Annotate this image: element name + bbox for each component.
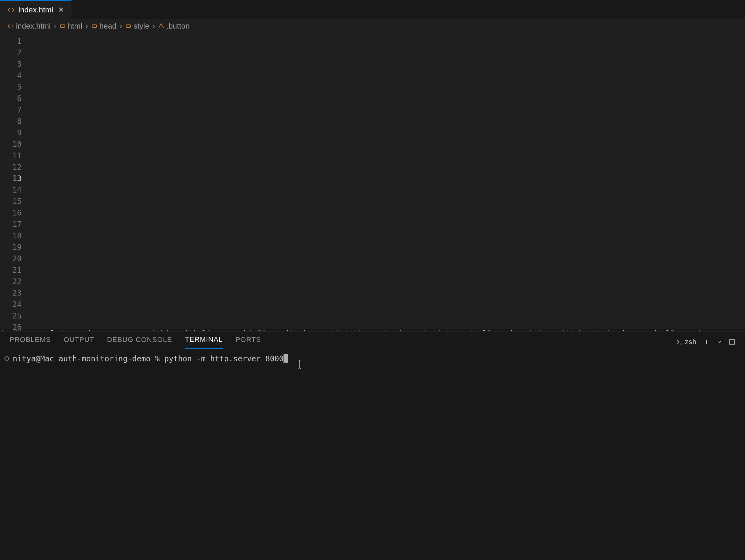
line-number: 15 <box>0 196 29 207</box>
svg-rect-0 <box>61 25 65 27</box>
html-file-icon <box>8 23 14 29</box>
line-number: 1 <box>0 36 29 47</box>
chevron-right-icon: › <box>86 22 88 31</box>
breadcrumb-label: .button <box>166 22 189 31</box>
line-number: 20 <box>0 253 29 264</box>
split-terminal-button[interactable] <box>728 338 736 345</box>
panel-tab-bar: PROBLEMS OUTPUT DEBUG CONSOLE TERMINAL P… <box>0 331 745 349</box>
line-number: 4 <box>0 70 29 81</box>
svg-rect-2 <box>126 25 130 27</box>
plus-icon <box>703 338 710 345</box>
tab-debug-console[interactable]: DEBUG CONSOLE <box>107 336 172 348</box>
line-number: 25 <box>0 310 29 322</box>
tab-output[interactable]: OUTPUT <box>64 336 94 348</box>
line-number: 11 <box>0 150 29 161</box>
chevron-right-icon: › <box>54 22 56 31</box>
line-number: 24 <box>0 299 29 310</box>
new-terminal-button[interactable] <box>703 338 710 345</box>
line-number: 13 <box>0 173 29 184</box>
line-number: 6 <box>0 93 29 104</box>
line-number: 18 <box>0 230 29 241</box>
chevron-right-icon: › <box>152 22 155 31</box>
svg-rect-1 <box>92 25 96 27</box>
split-icon <box>728 338 736 345</box>
breadcrumb-head[interactable]: head <box>91 22 116 31</box>
line-number-gutter[interactable]: 1234567891011121314151617181920212223242… <box>0 34 29 329</box>
terminal-command: python -m http.server 8000 <box>164 354 284 363</box>
breadcrumb-html[interactable]: html <box>59 22 82 31</box>
code-area[interactable] <box>29 34 745 329</box>
terminal-prompt: nitya@Mac auth-monitoring-demo % <box>13 354 164 363</box>
chevron-right-icon: › <box>120 22 122 31</box>
breadcrumb-button-selector[interactable]: .button <box>158 22 189 31</box>
line-number: 10 <box>0 139 29 150</box>
breadcrumb-label: html <box>68 22 82 31</box>
line-number: 8 <box>0 116 29 127</box>
terminal-line: nitya@Mac auth-monitoring-demo % python … <box>4 354 741 363</box>
html-file-icon <box>8 6 14 13</box>
line-number: 19 <box>0 241 29 253</box>
editor: 1234567891011121314151617181920212223242… <box>0 34 745 329</box>
symbol-icon <box>59 23 66 29</box>
line-number: 7 <box>0 104 29 116</box>
chevron-down-icon <box>716 339 722 345</box>
prompt-status-icon <box>4 356 9 361</box>
line-number: 2 <box>0 47 29 59</box>
line-number: 16 <box>0 207 29 219</box>
breadcrumb-label: style <box>133 22 149 31</box>
tab-terminal[interactable]: TERMINAL <box>185 335 223 349</box>
terminal[interactable]: nitya@Mac auth-monitoring-demo % python … <box>0 349 745 560</box>
bottom-panel: PROBLEMS OUTPUT DEBUG CONSOLE TERMINAL P… <box>0 331 745 560</box>
terminal-cursor <box>284 354 288 363</box>
breadcrumb-file-label: index.html <box>16 22 51 31</box>
line-number: 23 <box>0 287 29 299</box>
tab-ports[interactable]: PORTS <box>235 336 261 348</box>
tab-label: index.html <box>19 5 53 14</box>
line-number: 9 <box>0 127 29 139</box>
line-number: 5 <box>0 81 29 93</box>
breadcrumb: index.html › html › head › style › .butt… <box>0 19 745 34</box>
line-number: 14 <box>0 184 29 196</box>
shell-name: zsh <box>685 338 697 346</box>
symbol-icon <box>125 23 132 29</box>
line-number: 3 <box>0 59 29 70</box>
terminal-dropdown[interactable] <box>716 339 722 345</box>
tab-index-html[interactable]: index.html ✕ <box>0 0 71 19</box>
tab-bar: index.html ✕ <box>0 0 745 19</box>
line-number: 22 <box>0 276 29 287</box>
line-number: 21 <box>0 264 29 276</box>
line-number: 12 <box>0 161 29 173</box>
breadcrumb-file[interactable]: index.html <box>8 22 51 31</box>
breadcrumb-label: head <box>99 22 116 31</box>
terminal-icon <box>676 338 683 345</box>
line-number: 17 <box>0 219 29 230</box>
close-tab-icon[interactable]: ✕ <box>57 6 65 14</box>
tab-problems[interactable]: PROBLEMS <box>9 336 51 348</box>
terminal-profile[interactable]: zsh <box>676 338 697 346</box>
symbol-misc-icon <box>158 23 164 29</box>
minimap[interactable] <box>736 19 745 114</box>
symbol-icon <box>91 23 98 29</box>
breadcrumb-style[interactable]: style <box>125 22 149 31</box>
